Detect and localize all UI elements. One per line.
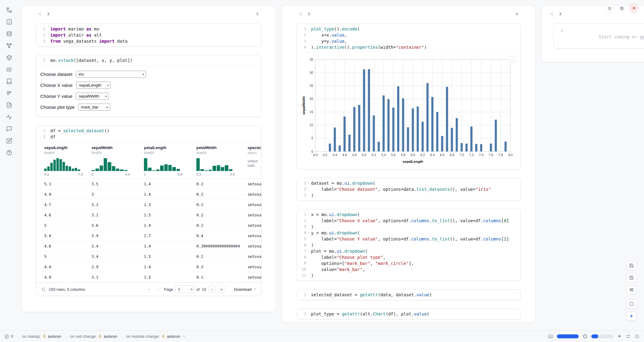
line-number: 2	[297, 186, 306, 192]
generate-with-ai-link[interactable]: generate	[640, 34, 644, 39]
table-row[interactable]: 5.43.91.70.4setosa	[36, 231, 261, 241]
chip-icon[interactable]	[582, 334, 588, 339]
autorun-setting[interactable]: on module change:autorun	[121, 334, 190, 339]
snippets-icon[interactable]	[5, 101, 13, 109]
column-next-button[interactable]	[556, 10, 564, 18]
table-row[interactable]: 4.93.11.50.1setosa	[36, 272, 261, 283]
chat-icon[interactable]	[5, 125, 13, 133]
table-row[interactable]: 53.61.40.2setosa	[36, 220, 261, 231]
last-page-button[interactable]: »	[218, 286, 225, 293]
power-icon[interactable]	[635, 334, 640, 339]
fold-gutter	[45, 134, 50, 140]
errors-badge[interactable]: 0	[4, 334, 17, 339]
dependencies-icon[interactable]	[5, 42, 13, 50]
code-editor-imports[interactable]: 1import marimo as mo2import altair as al…	[36, 24, 261, 46]
line-number: 1	[36, 57, 45, 63]
column-prev-button[interactable]	[297, 10, 305, 18]
x-value-select[interactable]: sepalLength▾	[76, 82, 111, 89]
line-number: 3	[297, 38, 306, 44]
download-button[interactable]: Download	[234, 287, 257, 292]
fold-chevron-icon[interactable]: ▾	[306, 26, 311, 32]
swap-icon[interactable]	[626, 334, 631, 339]
code-editor-plot[interactable]: 1▾plot_type().encode(2 x=x.value,3 y=y.v…	[297, 24, 521, 52]
ai-sparkle-icon[interactable]	[617, 334, 622, 339]
keyboard-icon[interactable]	[548, 334, 553, 339]
search-icon[interactable]	[41, 287, 46, 292]
documentation-icon[interactable]	[5, 77, 13, 85]
column-prev-button[interactable]	[548, 10, 556, 18]
code-editor-selected-dataset[interactable]: 1selected_dataset = getattr(data, datase…	[297, 290, 521, 300]
menu-button[interactable]	[605, 4, 614, 13]
app-top-right-controls: ⚙×	[605, 4, 639, 13]
scratchpad-editor[interactable]: 1 Start coding or generate with AI	[554, 24, 644, 48]
cpu-usage-bar[interactable]	[591, 334, 613, 338]
table-row[interactable]: 4.931.40.2setosa	[36, 189, 261, 200]
table-row[interactable]: 4.63.41.40.30000000000000004setosa	[36, 241, 261, 251]
settings-button[interactable]: ⚙	[617, 4, 626, 13]
dataset-select[interactable]: iris▾	[76, 71, 146, 78]
tracing-icon[interactable]	[5, 113, 13, 121]
autorun-setting[interactable]: on startup:autorun	[17, 334, 66, 339]
code-editor-vstack[interactable]: 1mo.vstack([dataset, x, y, plot])	[36, 55, 261, 66]
command-button[interactable]: ⌘	[626, 285, 637, 294]
fold-chevron-icon[interactable]: ▾	[306, 248, 311, 254]
code-editor-dataframe[interactable]: 1df = selected_dataset()2df	[36, 126, 261, 142]
first-page-button[interactable]: «	[145, 286, 152, 293]
line-number: 2	[36, 32, 45, 38]
column-prev-button[interactable]	[36, 10, 44, 18]
column-header[interactable]: petalWidth	[196, 145, 248, 150]
zap-icon	[42, 334, 46, 338]
packages-icon[interactable]	[5, 54, 13, 62]
y-value-select[interactable]: sepalWidth▾	[76, 93, 109, 100]
fold-chevron-icon[interactable]: ▾	[306, 180, 311, 186]
table-row[interactable]: 4.42.91.40.2setosa	[36, 262, 261, 272]
next-page-button[interactable]: ›	[208, 286, 216, 293]
code-editor-plot-type[interactable]: 1plot_type = getattr(alt.Chart(df), plot…	[297, 309, 521, 319]
scratchpad-icon[interactable]	[5, 137, 13, 145]
column-header[interactable]: sepalWidth	[91, 145, 144, 150]
column-1: 1import marimo as mo2import altair as al…	[21, 5, 276, 312]
column-histogram	[44, 158, 80, 171]
svg-text:6.4: 6.4	[430, 153, 435, 157]
table-row[interactable]: 5.13.51.40.2setosa	[36, 179, 261, 189]
svg-text:4.0: 4.0	[313, 153, 318, 157]
column-next-button[interactable]	[45, 10, 52, 18]
table-cell: 5	[44, 223, 91, 228]
logs-icon[interactable]	[5, 89, 13, 97]
table-row[interactable]: 4.73.21.30.2setosa	[36, 200, 261, 210]
column-next-button[interactable]	[305, 10, 313, 18]
variables-icon[interactable]: f	[5, 18, 13, 26]
console-button[interactable]	[626, 299, 637, 308]
fold-chevron-icon[interactable]: ▾	[306, 212, 311, 218]
datasources-icon[interactable]	[5, 30, 13, 38]
table-column: petalLengthfloat6416.9	[144, 145, 196, 176]
table-row[interactable]: 4.63.11.50.2setosa	[36, 210, 261, 220]
hist-min: 2	[91, 173, 93, 176]
layout-button[interactable]	[626, 273, 637, 282]
save-button[interactable]	[626, 261, 637, 270]
code-editor-widgets[interactable]: 1▾x = mo.ui.dropdown(2 label="Choose X v…	[297, 209, 521, 281]
page-select[interactable]: 1 ▾	[175, 286, 194, 293]
autorun-setting[interactable]: on cell change:autorun	[66, 334, 122, 339]
code-editor-dataset[interactable]: 1▾dataset = mo.ui.dropdown(2 label="Choo…	[297, 178, 521, 201]
outline-icon[interactable]	[5, 66, 13, 73]
add-cell-button[interactable]	[513, 10, 521, 18]
fold-chevron-icon[interactable]: ▾	[306, 230, 311, 236]
help-icon[interactable]	[5, 149, 13, 157]
table-row[interactable]: 53.41.50.2setosa	[36, 251, 261, 262]
plot-type-select[interactable]: mark_bar▾	[78, 104, 110, 111]
run-button[interactable]	[626, 312, 637, 321]
prev-page-button[interactable]: ‹	[154, 286, 162, 293]
file-tree-icon[interactable]	[5, 6, 13, 14]
column-header[interactable]: petalLength	[144, 145, 196, 150]
add-cell-button[interactable]	[253, 10, 261, 18]
column-header[interactable]: species	[248, 145, 261, 150]
chevron-down-icon	[182, 335, 186, 338]
shutdown-button[interactable]: ×	[629, 4, 639, 13]
memory-usage-bar[interactable]	[557, 334, 579, 338]
hist-max: 4.4	[125, 173, 130, 176]
chart-menu-button[interactable]: ⋯	[508, 56, 517, 63]
zap-icon	[98, 334, 102, 338]
column-header[interactable]: sepalLength	[44, 145, 91, 150]
fold-gutter	[306, 292, 311, 298]
